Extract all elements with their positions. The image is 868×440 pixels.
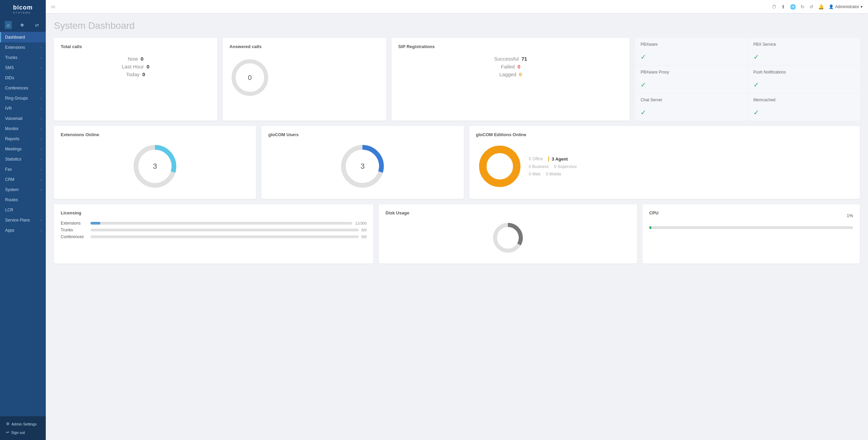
- lagged-label: Lagged: [499, 71, 516, 77]
- sign-out-button[interactable]: ↩ Sign out: [3, 428, 42, 437]
- editions-row-2: 0 Business 0 Supervisor: [529, 164, 577, 169]
- licensing-title: Licensing: [61, 210, 367, 215]
- license-bar-bg: [91, 229, 359, 231]
- sidebar-item-meetings[interactable]: Meetings›: [0, 144, 46, 154]
- nav-label: SMS: [5, 65, 14, 70]
- today-label: Today: [126, 71, 140, 77]
- row-3: Licensing Extensions 11/300 Trunks 0/0 C…: [54, 204, 860, 264]
- nav-label: Trunks: [5, 55, 17, 60]
- sidebar-item-system[interactable]: System›: [0, 185, 46, 195]
- sidebar-item-voicemail[interactable]: Voicemail›: [0, 113, 46, 124]
- chevron-right-icon: ›: [41, 229, 42, 232]
- nav-label: System: [5, 187, 19, 192]
- answered-calls-title: Answered calls: [230, 44, 262, 49]
- home-icon[interactable]: ⌂: [5, 21, 12, 29]
- business-item: 0 Business: [529, 164, 549, 169]
- sip-title: SIP Registrations: [398, 44, 623, 49]
- status-label: Push Notifications: [753, 70, 786, 75]
- topbar: cc ⏱ ⬆ 🌐 ↻ ↺ 🔔 👤 Administrator ▾: [46, 0, 868, 14]
- logo-text: bicom: [13, 4, 33, 11]
- chevron-right-icon: ›: [41, 66, 42, 70]
- refresh2-icon[interactable]: ↺: [809, 4, 813, 9]
- license-row-extensions: Extensions 11/300: [61, 221, 367, 226]
- total-calls-card: Total calls Now 0 Last Hour 0 Today 0: [54, 38, 217, 121]
- sidebar-item-routes[interactable]: Routes: [0, 195, 46, 205]
- status-label: PBXware: [640, 42, 657, 47]
- chevron-right-icon: ›: [41, 46, 42, 49]
- sidebar-item-sms[interactable]: SMS›: [0, 63, 46, 73]
- now-label: Now: [128, 56, 138, 62]
- chevron-right-icon: ›: [41, 137, 42, 141]
- gear-icon: ⚙: [6, 422, 9, 426]
- dropdown-arrow[interactable]: ▾: [861, 4, 863, 9]
- last-hour-row: Last Hour 0: [61, 64, 211, 69]
- chevron-right-icon: ›: [41, 218, 42, 222]
- sidebar-item-reports[interactable]: Reports›: [0, 134, 46, 144]
- nav-label: Dashboard: [5, 35, 25, 40]
- nav-label: Voicemail: [5, 116, 22, 121]
- sidebar-item-crm[interactable]: CRM›: [0, 174, 46, 185]
- clock-icon[interactable]: ⏱: [772, 4, 776, 9]
- glocom-users-card: gloCOM Users 3: [261, 126, 463, 199]
- failed-val: 0: [517, 64, 520, 69]
- supervisor-item: 0 Supervisor: [554, 164, 577, 169]
- sidebar-item-extensions[interactable]: Extensions›: [0, 42, 46, 53]
- page-title: System Dashboard: [54, 20, 860, 31]
- chevron-right-icon: ›: [41, 168, 42, 171]
- nav-label: Monitor: [5, 126, 19, 131]
- sidebar-item-dids[interactable]: DIDs: [0, 73, 46, 83]
- sidebar-item-service-plans[interactable]: Service Plans›: [0, 215, 46, 225]
- mobile-item: 0 Mobile: [546, 172, 561, 176]
- sidebar-item-conferences[interactable]: Conferences›: [0, 83, 46, 93]
- puzzle-icon[interactable]: ❖: [18, 21, 26, 29]
- sidebar-item-fax[interactable]: Fax›: [0, 164, 46, 174]
- sidebar: bicom SYSTEMS ⌂ ❖ ⇄ DashboardExtensions›…: [0, 0, 46, 440]
- license-bar-bg: [91, 235, 359, 238]
- upload-icon[interactable]: ⬆: [781, 4, 785, 9]
- sidebar-item-monitor[interactable]: Monitor›: [0, 124, 46, 134]
- status-cell-pbx-service: PBX Service✓: [748, 38, 860, 65]
- chevron-right-icon: ›: [41, 117, 42, 121]
- globe-icon[interactable]: 🌐: [790, 4, 796, 9]
- cpu-bar-fill: [649, 226, 651, 229]
- chevron-right-icon: ›: [41, 56, 42, 60]
- chevron-right-icon: ›: [41, 188, 42, 192]
- lagged-row: Lagged 0: [398, 71, 623, 77]
- check-icon: ✓: [753, 53, 759, 61]
- nav-label: CRM: [5, 177, 14, 182]
- content-area: System Dashboard Total calls Now 0 Last …: [46, 14, 868, 440]
- sidebar-item-trunks[interactable]: Trunks›: [0, 53, 46, 63]
- refresh-icon[interactable]: ↻: [801, 4, 805, 9]
- sidebar-item-apps[interactable]: Apps›: [0, 225, 46, 235]
- cpu-title: CPU: [649, 210, 658, 215]
- license-bar-bg: [91, 222, 352, 225]
- row-2: Extensions Online 3 gloCOM Users: [54, 126, 860, 199]
- license-label: Extensions: [61, 221, 88, 226]
- admin-settings-button[interactable]: ⚙ Admin Settings: [3, 420, 42, 428]
- answered-donut-wrap: 0: [230, 57, 270, 98]
- failed-row: Failed 0: [398, 64, 623, 69]
- sidebar-item-statistics[interactable]: Statistics›: [0, 154, 46, 164]
- share-icon[interactable]: ⇄: [33, 21, 41, 29]
- admin-label-text: Administrator: [835, 4, 859, 9]
- bell-icon[interactable]: 🔔: [818, 4, 824, 9]
- sidebar-item-ivr[interactable]: IVR›: [0, 103, 46, 113]
- web-label: 0 Web: [529, 172, 540, 176]
- sidebar-item-ring-groups[interactable]: Ring Groups›: [0, 93, 46, 103]
- sidebar-item-lcr[interactable]: LCR: [0, 205, 46, 215]
- disk-donut-wrap: [386, 221, 630, 255]
- license-val: 0/0: [361, 228, 367, 232]
- license-bar-fill: [91, 222, 100, 225]
- business-label: 0 Business: [529, 164, 549, 169]
- editions-row-1: 0 Office 3 Agent: [529, 156, 577, 162]
- chevron-right-icon: ›: [41, 127, 42, 131]
- chevron-right-icon: ›: [41, 147, 42, 151]
- nav-label: Routes: [5, 197, 18, 202]
- check-icon: ✓: [753, 81, 759, 89]
- extensions-donut-wrap: 3: [61, 143, 249, 190]
- sidebar-item-dashboard[interactable]: Dashboard: [0, 32, 46, 42]
- today-val: 0: [142, 71, 145, 77]
- answered-center-val: 0: [248, 74, 252, 82]
- disk-usage-card: Disk Usage: [379, 204, 637, 264]
- license-val: 11/300: [355, 221, 367, 225]
